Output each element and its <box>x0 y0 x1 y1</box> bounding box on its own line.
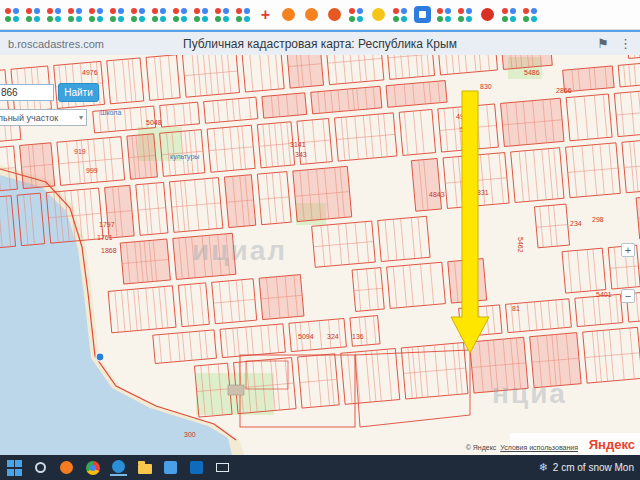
search-input[interactable] <box>0 84 54 101</box>
parcel-label: Школа <box>100 109 121 116</box>
zoom-in-button[interactable]: + <box>621 243 635 257</box>
building-footprint <box>228 385 244 395</box>
browser-tab-cluster-icon[interactable] <box>349 7 364 22</box>
browser-tab-circle-red-icon[interactable] <box>479 6 496 23</box>
parcel-label: 5048 <box>146 119 162 126</box>
taskbar-mail-icon[interactable] <box>214 459 231 476</box>
browser-tab-cluster-icon[interactable] <box>152 7 167 22</box>
weather-text: 2 cm of snow Mon <box>553 462 634 473</box>
browser-tab-cluster-icon[interactable] <box>236 7 251 22</box>
parcel-label: 324 <box>327 333 339 340</box>
parcel-label: 234 <box>570 220 582 227</box>
parcel-label: 830 <box>480 83 492 90</box>
parcel-label: 5462 <box>517 237 524 253</box>
attribution-copyright: © Яндекс <box>466 444 497 451</box>
parcel-label: 919 <box>74 148 86 155</box>
taskbar-photos-icon[interactable] <box>162 459 179 476</box>
browser-tab-circle-deeporange-icon[interactable] <box>326 6 343 23</box>
browser-tab-cluster-icon[interactable] <box>47 7 62 22</box>
parcel-label: 5094 <box>298 333 314 340</box>
weather-widget[interactable]: ❄ 2 cm of snow Mon <box>539 461 634 474</box>
attribution-terms-link[interactable]: Условия использования <box>500 444 578 451</box>
taskbar-start-icon[interactable] <box>6 459 23 476</box>
bookmark-icon[interactable]: ⚑ <box>597 36 609 51</box>
browser-tab-cluster-icon[interactable] <box>26 7 41 22</box>
watermark-text: нциа <box>492 378 567 409</box>
parcel-label: 298 <box>592 216 604 223</box>
parcel-label: 1868 <box>101 247 117 254</box>
map-attribution: © ЯндексУсловия использования <box>466 444 578 451</box>
parcel-label: 343 <box>295 151 307 158</box>
browser-tab-circle-orange-icon[interactable] <box>303 6 320 23</box>
watermark-text: ициал <box>192 235 287 266</box>
zoom-out-button[interactable]: − <box>621 289 635 303</box>
snow-icon: ❄ <box>539 461 548 474</box>
browser-tab-cluster-icon[interactable] <box>110 7 125 22</box>
browser-tab-plus-icon[interactable]: + <box>257 6 274 23</box>
taskbar-chrome-icon[interactable] <box>84 459 101 476</box>
browser-tab-cluster-icon[interactable] <box>215 7 230 22</box>
parcel-label: культуры <box>170 153 199 161</box>
browser-tab-circle-orange-icon[interactable] <box>280 6 297 23</box>
parcel-label: 4976 <box>82 69 98 76</box>
cadastral-map-canvas[interactable]: ициалнциа497683054862866Школа50484968506… <box>0 55 640 455</box>
taskbar-icons <box>6 459 231 476</box>
browser-tab-cluster-icon[interactable] <box>523 7 538 22</box>
object-type-dropdown[interactable]: ельный участок ▾ <box>0 109 87 126</box>
taskbar-firefox-icon[interactable] <box>58 459 75 476</box>
parcel-label: 3141 <box>290 141 306 148</box>
parcel-label: 5401 <box>596 291 612 298</box>
taskbar-search-icon[interactable] <box>32 459 49 476</box>
browser-tab-cluster-icon[interactable] <box>437 7 452 22</box>
browser-tab-cluster-icon[interactable] <box>89 7 104 22</box>
browser-tab-cluster-icon[interactable] <box>131 7 146 22</box>
browser-tab-strip: + <box>0 0 640 30</box>
parcel-label: 1797 <box>99 221 115 228</box>
parcel-label: 999 <box>86 167 98 174</box>
poi-marker[interactable] <box>96 353 104 361</box>
browser-tab-active-icon[interactable] <box>414 6 431 23</box>
browser-tab-circle-yellow-icon[interactable] <box>370 6 387 23</box>
parcel-label: 5486 <box>524 69 540 76</box>
parcel-label: 831 <box>477 189 489 196</box>
zoom-controls: + − <box>621 243 635 303</box>
parcel-label: 4843 <box>429 191 445 198</box>
cadastral-map[interactable]: ициалнциа497683054862866Школа50484968506… <box>0 55 640 455</box>
overflow-menu-icon[interactable]: ⋮ <box>619 36 632 51</box>
browser-tab-cluster-icon[interactable] <box>194 7 209 22</box>
parcel-label: 300 <box>184 431 196 438</box>
chevron-down-icon: ▾ <box>79 113 83 122</box>
parcel-label: 2866 <box>556 87 572 94</box>
dropdown-value: ельный участок <box>0 113 58 123</box>
browser-tab-cluster-icon[interactable] <box>5 7 20 22</box>
address-url[interactable]: b.roscadastres.com <box>8 38 104 50</box>
taskbar-folder-icon[interactable] <box>136 459 153 476</box>
windows-taskbar: ❄ 2 cm of snow Mon <box>0 455 640 480</box>
browser-tab-cluster-icon[interactable] <box>68 7 83 22</box>
parcel-label: 81 <box>512 305 520 312</box>
highlight-arrow <box>451 91 489 353</box>
browser-address-bar: b.roscadastres.com Публичная кадастровая… <box>0 30 640 55</box>
browser-tab-cluster-icon[interactable] <box>173 7 188 22</box>
taskbar-edge-icon[interactable] <box>110 459 127 476</box>
browser-tab-cluster-icon[interactable] <box>502 7 517 22</box>
parcel-label: 1761 <box>97 234 113 241</box>
yandex-logo[interactable]: Яндекс <box>589 437 635 452</box>
parcel-label: 136 <box>352 333 364 340</box>
search-button[interactable]: Найти <box>58 83 99 102</box>
browser-tab-cluster-icon[interactable] <box>458 7 473 22</box>
browser-tab-cluster-icon[interactable] <box>393 7 408 22</box>
page-title: Публичная кадастровая карта: Республика … <box>183 37 457 51</box>
taskbar-store-icon[interactable] <box>188 459 205 476</box>
